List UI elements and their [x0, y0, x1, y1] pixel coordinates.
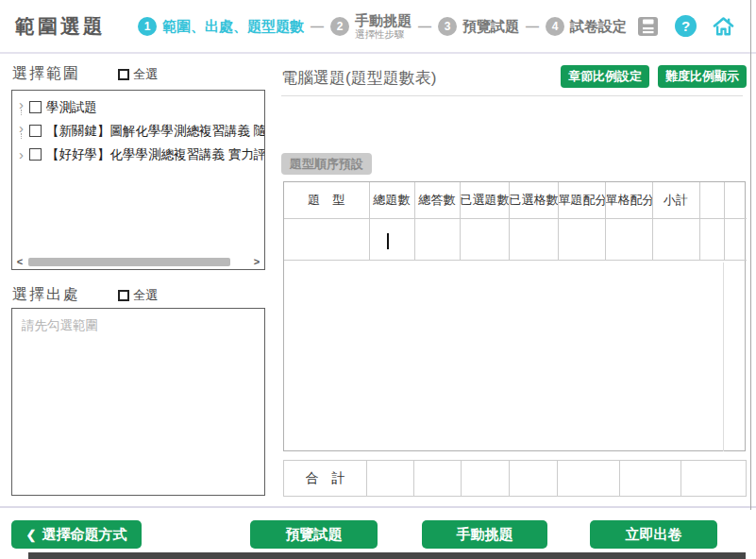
help-icon[interactable]: ? [674, 15, 697, 38]
background-window-edge [28, 552, 746, 559]
col-points-per-question: 單題配分 [558, 182, 605, 218]
total-cell [620, 461, 681, 497]
range-item-label: 學測試題 [46, 99, 97, 116]
cell-total-questions-input[interactable] [369, 218, 414, 260]
col-empty [724, 182, 747, 218]
text-cursor [387, 233, 389, 249]
scrollbar-thumb[interactable] [28, 258, 230, 266]
chevron-left-icon: ❮ [26, 528, 37, 542]
range-item-label: 【好好學】化學學測總複習講義 實力評量 [46, 146, 265, 163]
chapter-ratio-button[interactable]: 章節比例設定 [561, 65, 649, 88]
total-label-cell: 合 計 [284, 461, 367, 497]
source-select-all-checkbox[interactable]: 全選 [118, 287, 158, 304]
range-list-box[interactable]: › 學測試題 › 【新關鍵】圖解化學學測總複習講義 隨堂 › 【好好學】化學學測… [11, 90, 265, 270]
step-2-sublabel: 選擇性步驟 [355, 28, 412, 40]
range-select-all-checkbox[interactable]: 全選 [118, 66, 158, 83]
range-tree-item[interactable]: › 【新關鍵】圖解化學學測總複習講義 隨堂 [12, 119, 264, 143]
manual-button-label: 手動挑題 [457, 526, 513, 544]
cell-selected-questions[interactable] [460, 218, 509, 260]
preview-button-label: 預覽試題 [286, 526, 343, 544]
col-total-questions: 總題數 [369, 182, 414, 218]
computer-selection-title: 電腦選題(題型題數表) [281, 67, 436, 89]
page-title: 範圍選題 [15, 13, 106, 40]
step-1-label: 範圍、出處、題型題數 [162, 18, 304, 34]
step-nav: 1 範圍、出處、題型題數 — 2 手動挑題 選擇性步驟 — 3 預覽試題 — 4… [138, 12, 627, 40]
source-section-header: 選擇出處 全選 [12, 285, 265, 305]
question-type-table: 題 型 總題數 總答數 已選題數 已選格數 單題配分 單格配分 小計 [284, 182, 747, 261]
cell-subtotal[interactable] [652, 218, 699, 260]
home-icon[interactable] [712, 15, 735, 38]
step-2-manual-pick[interactable]: 2 手動挑題 選擇性步驟 [330, 12, 412, 40]
total-row: 合 計 [284, 461, 747, 497]
exam-builder-screen: 範圍選題 1 範圍、出處、題型題數 — 2 手動挑題 選擇性步驟 — 3 預覽試… [0, 0, 756, 559]
manual-pick-button[interactable]: 手動挑題 [422, 520, 547, 549]
step-4-number: 4 [546, 17, 564, 36]
question-type-table-region: 題 型 總題數 總答數 已選題數 已選格數 單題配分 單格配分 小計 [283, 181, 746, 451]
generate-paper-button[interactable]: 立即出卷 [590, 520, 717, 549]
horizontal-scrollbar[interactable]: < > [13, 255, 263, 268]
cell-points-per-blank[interactable] [605, 218, 652, 260]
range-section-label: 選擇範圍 [12, 64, 80, 84]
save-icon[interactable] [636, 15, 660, 38]
step-dash: — [311, 19, 324, 34]
cell-points-per-question[interactable] [558, 218, 605, 260]
total-cell [558, 461, 620, 497]
step-2-label: 手動挑題 [355, 12, 412, 28]
step-1-number: 1 [138, 17, 157, 36]
table-row [284, 218, 747, 260]
step-1-range[interactable]: 1 範圍、出處、題型題數 [138, 17, 304, 36]
range-tree-item[interactable]: › 【好好學】化學學測總複習講義 實力評量 [12, 143, 264, 166]
col-empty [699, 182, 724, 218]
step-dash: — [418, 19, 431, 34]
checkbox-icon [118, 69, 129, 80]
cell-selected-blanks[interactable] [509, 218, 558, 260]
divider [281, 95, 743, 96]
help-glyph: ? [675, 15, 697, 37]
checkbox-icon[interactable] [29, 125, 42, 137]
source-placeholder-text: 請先勾選範圍 [12, 309, 264, 343]
divider [0, 506, 756, 508]
cell-empty [724, 218, 747, 260]
col-subtotal: 小計 [652, 182, 699, 218]
range-tree: › 學測試題 › 【新關鍵】圖解化學學測總複習講義 隨堂 › 【好好學】化學學測… [12, 91, 264, 166]
tree-dotted-line [21, 110, 22, 115]
type-order-default-button[interactable]: 題型順序預設 [281, 153, 372, 175]
chevron-right-icon[interactable]: › [19, 99, 24, 110]
checkbox-icon[interactable] [29, 101, 42, 113]
back-button-label: 選擇命題方式 [42, 526, 126, 544]
col-points-per-blank: 單格配分 [605, 182, 652, 218]
tree-dotted-line [21, 133, 22, 139]
col-total-answers: 總答數 [414, 182, 460, 218]
step-4-label: 試卷設定 [570, 18, 627, 34]
chevron-right-icon[interactable]: › [19, 149, 24, 160]
cell-total-answers[interactable] [414, 218, 460, 260]
total-cell [367, 461, 414, 497]
generate-button-label: 立即出卷 [626, 526, 682, 544]
step-3-number: 3 [438, 17, 457, 36]
total-cell [462, 461, 510, 497]
total-cell [681, 461, 747, 497]
difficulty-ratio-button[interactable]: 難度比例顯示 [658, 65, 747, 88]
scroll-right-icon[interactable]: > [250, 255, 263, 268]
step-4-paper-settings[interactable]: 4 試卷設定 [546, 17, 627, 36]
cell-empty [699, 218, 724, 260]
app-header: 範圍選題 1 範圍、出處、題型題數 — 2 手動挑題 選擇性步驟 — 3 預覽試… [0, 0, 756, 54]
select-all-label: 全選 [133, 287, 158, 304]
header-icons: ? [636, 15, 735, 38]
range-tree-item[interactable]: › 學測試題 [12, 95, 264, 119]
scroll-left-icon[interactable]: < [13, 255, 26, 268]
checkbox-icon[interactable] [29, 148, 42, 161]
col-question-type: 題 型 [284, 182, 369, 218]
preview-questions-button[interactable]: 預覽試題 [250, 520, 378, 549]
source-list-box[interactable]: 請先勾選範圍 [11, 308, 265, 496]
choose-method-back-button[interactable]: ❮ 選擇命題方式 [11, 520, 142, 549]
range-section-header: 選擇範圍 全選 [12, 64, 265, 84]
table-header-row: 題 型 總題數 總答數 已選題數 已選格數 單題配分 單格配分 小計 [284, 182, 747, 218]
step-3-preview[interactable]: 3 預覽試題 [438, 17, 519, 36]
chevron-right-icon[interactable]: › [19, 123, 24, 133]
step-dash: — [526, 19, 539, 34]
col-selected-questions: 已選題數 [460, 182, 509, 218]
cell-question-type[interactable] [284, 218, 369, 260]
total-cell [414, 461, 462, 497]
col-selected-blanks: 已選格數 [509, 182, 558, 218]
